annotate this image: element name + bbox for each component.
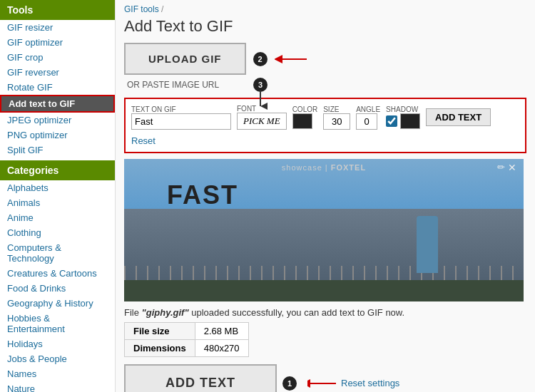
breadcrumb: GIF tools / — [124, 4, 526, 14]
pencil-icon[interactable]: ✏ — [497, 162, 505, 172]
dimensions-row: Dimensions 480x270 — [125, 340, 249, 357]
shadow-label: SHADOW — [386, 105, 420, 113]
sidebar: Tools GIF resizer GIF optimizer GIF crop… — [0, 0, 116, 392]
shadow-group: SHADOW — [386, 105, 420, 129]
category-nature[interactable]: Nature — [0, 381, 115, 392]
bottom-add-area: ADD TEXT 1 Reset settings — [124, 364, 526, 392]
category-creatures[interactable]: Creatures & Cartoons — [0, 266, 115, 281]
arrow-down-icon — [253, 91, 268, 112]
arrow-right-to-btn-icon — [307, 375, 343, 392]
category-animals[interactable]: Animals — [0, 195, 115, 210]
page-title: Add Text to GIF — [124, 17, 526, 36]
foxtel-label: FOXTEL — [331, 163, 366, 172]
category-holidays[interactable]: Holidays — [0, 336, 115, 351]
sidebar-link-gif-reverser[interactable]: GIF reverser — [0, 65, 115, 80]
angle-group: ANGLE — [356, 105, 380, 130]
sidebar-link-rotate-gif[interactable]: Rotate GIF — [0, 80, 115, 95]
text-on-gif-input[interactable] — [131, 113, 231, 130]
success-message: File "giphy.gif" uploaded successfully, … — [124, 307, 526, 318]
or-paste-label: OR PASTE IMAGE URL — [127, 80, 219, 90]
scene-fence — [124, 266, 524, 280]
tools-links: GIF resizer GIF optimizer GIF crop GIF r… — [0, 20, 115, 158]
color-swatch[interactable] — [292, 113, 312, 129]
category-alphabets[interactable]: Alphabets — [0, 180, 115, 195]
font-pick-button[interactable]: PICK ME — [237, 113, 287, 130]
sidebar-link-jpeg-optimizer[interactable]: JPEG optimizer — [0, 113, 115, 128]
category-anime[interactable]: Anime — [0, 210, 115, 225]
reset-settings-link[interactable]: Reset settings — [341, 378, 399, 388]
reset-link[interactable]: Reset — [131, 135, 156, 146]
sidebar-link-gif-resizer[interactable]: GIF resizer — [0, 20, 115, 35]
angle-input[interactable] — [356, 113, 377, 130]
file-size-row: File size 2.68 MB — [125, 323, 249, 340]
badge-2: 2 — [253, 52, 268, 66]
category-computers[interactable]: Computers & Technology — [0, 240, 115, 266]
success-msg-prefix: File — [124, 307, 142, 318]
dimensions-value: 480x270 — [195, 340, 248, 357]
sidebar-link-split-gif[interactable]: Split GIF — [0, 143, 115, 158]
category-jobs[interactable]: Jobs & People — [0, 351, 115, 366]
close-icon[interactable]: ✕ — [508, 162, 516, 173]
arrow-indicator — [275, 52, 310, 66]
angle-label: ANGLE — [356, 105, 380, 113]
breadcrumb-separator: / — [161, 4, 163, 14]
size-input[interactable] — [323, 113, 350, 130]
upload-gif-button[interactable]: UPLOAD GIF — [124, 43, 246, 75]
text-on-gif-group: TEXT ON GIF — [131, 105, 231, 130]
category-clothing[interactable]: Clothing — [0, 225, 115, 240]
arrow-left-icon — [275, 52, 310, 66]
badge3-area: 3 — [253, 78, 268, 92]
filename: "giphy.gif" — [142, 307, 189, 318]
file-size-value: 2.68 MB — [195, 323, 248, 340]
category-hobbies[interactable]: Hobbies & Entertainment — [0, 311, 115, 336]
badge-3: 3 — [253, 78, 268, 92]
bottom-badge-1: 1 — [282, 376, 297, 391]
or-paste-row: OR PASTE IMAGE URL 3 — [124, 78, 526, 92]
gif-text-overlay: FAST — [167, 180, 238, 210]
color-label: COLOR — [292, 105, 318, 113]
sidebar-link-png-optimizer[interactable]: PNG optimizer — [0, 128, 115, 143]
color-group: COLOR — [292, 105, 318, 129]
sidebar-link-gif-optimizer[interactable]: GIF optimizer — [0, 35, 115, 50]
size-label: SIZE — [323, 105, 350, 113]
category-names[interactable]: Names — [0, 366, 115, 381]
breadcrumb-gif-tools[interactable]: GIF tools — [124, 4, 159, 14]
category-food[interactable]: Food & Drinks — [0, 281, 115, 296]
shadow-color-swatch[interactable] — [400, 113, 420, 129]
bottom-add-text-button[interactable]: ADD TEXT — [124, 364, 277, 392]
file-info-table: File size 2.68 MB Dimensions 480x270 — [124, 322, 249, 357]
showcase-foxtel-badge: showcase | FOXTEL — [282, 163, 366, 172]
tools-title: Tools — [0, 0, 115, 20]
sidebar-link-gif-crop[interactable]: GIF crop — [0, 50, 115, 65]
size-group: SIZE — [323, 105, 350, 130]
categories-title: Categories — [0, 160, 115, 180]
sidebar-link-add-text-gif[interactable]: Add text to GIF — [0, 95, 115, 113]
scene-figure — [417, 216, 438, 273]
text-controls-bar: TEXT ON GIF FONT PICK ME COLOR SIZE ANGL… — [124, 98, 526, 153]
file-size-label: File size — [125, 323, 195, 340]
text-on-gif-label: TEXT ON GIF — [131, 105, 231, 113]
category-links: Alphabets Animals Anime Clothing Compute… — [0, 180, 115, 392]
add-text-button[interactable]: ADD TEXT — [426, 108, 491, 126]
dimensions-label: Dimensions — [125, 340, 195, 357]
scene-ground — [124, 280, 524, 301]
main-content: GIF tools / Add Text to GIF UPLOAD GIF 2… — [116, 0, 535, 392]
gif-preview: FAST ✏ ✕ showcase | FOXTEL — [124, 159, 524, 301]
category-geography[interactable]: Geography & History — [0, 296, 115, 311]
upload-area: UPLOAD GIF 2 — [124, 43, 526, 75]
shadow-checkbox[interactable] — [386, 115, 397, 127]
success-msg-suffix: uploaded successfully, you can add text … — [189, 307, 405, 318]
